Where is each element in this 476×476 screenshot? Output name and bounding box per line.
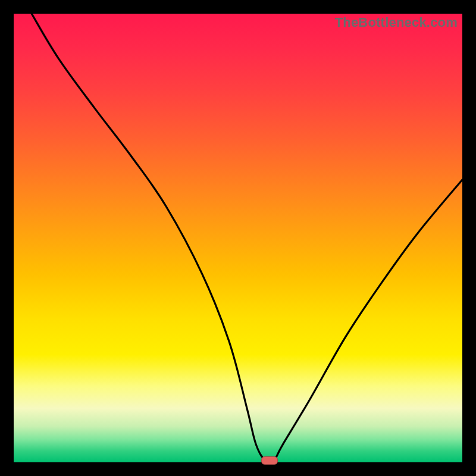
plot-area: TheBottleneck.com <box>14 14 462 462</box>
bottleneck-curve <box>14 14 462 462</box>
optimal-marker <box>261 456 278 465</box>
chart-frame: TheBottleneck.com <box>0 0 476 476</box>
